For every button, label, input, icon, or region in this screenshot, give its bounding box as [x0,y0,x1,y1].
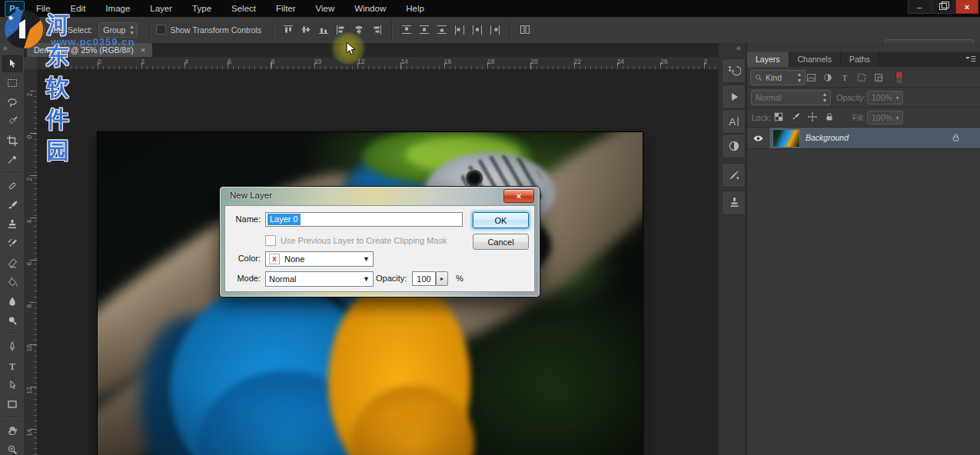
filter-shape-layers-icon[interactable] [855,71,869,84]
layer-name[interactable]: Background [806,133,849,142]
panel-collapse-icon[interactable]: « [736,44,741,52]
menu-bar: FileEditImageLayerTypeSelectFilterViewWi… [26,0,434,17]
hand-tool[interactable] [2,422,22,439]
move-tool[interactable] [2,55,22,72]
collapsed-panels-strip: A [719,43,746,455]
opacity-input[interactable]: 100 [412,271,436,286]
blend-mode-value: Normal [756,93,782,102]
minimize-button[interactable]: – [908,0,931,14]
cancel-button[interactable]: Cancel [473,234,529,250]
rectangular-marquee-tool[interactable] [2,75,22,91]
layer-row-background[interactable]: Background [747,128,980,149]
opacity-dropdown-icon[interactable]: ▾ [892,91,903,105]
distribute-right-edges-icon[interactable] [487,22,504,38]
paint-bucket-tool[interactable] [2,274,22,291]
distribute-horizontal-centers-icon[interactable] [469,22,487,38]
eraser-tool[interactable] [2,254,22,271]
color-dropdown[interactable]: x None ▼ [265,251,374,267]
auto-align-layers-icon[interactable] [517,22,534,38]
show-transform-checkbox[interactable] [156,25,166,35]
magic-wand-tool[interactable] [2,113,22,130]
menu-item-0[interactable]: File [26,0,61,17]
layer-name-input[interactable]: Layer 0 [265,212,463,227]
menu-item-9[interactable]: Help [396,0,434,17]
h-ruler-number-14: 26 [660,58,667,65]
divider [4,172,21,174]
menu-item-8[interactable]: Window [344,0,396,17]
align-vertical-centers-icon[interactable] [297,22,315,38]
menu-item-1[interactable]: Edit [61,0,96,17]
pen-tool[interactable] [2,338,22,355]
panel-menu-icon[interactable] [964,54,978,65]
brush-presets-panel-icon[interactable] [722,163,746,188]
layer-thumbnail[interactable] [772,129,800,148]
align-right-edges-icon[interactable] [368,22,386,38]
h-ruler-number-6: 10 [314,58,321,65]
current-tool-icon[interactable] [5,24,17,36]
distribute-bottom-edges-icon[interactable] [434,22,451,38]
zoom-tool[interactable] [2,441,22,455]
filter-pixel-layers-icon[interactable] [804,71,818,84]
lasso-tool[interactable] [2,94,22,111]
distribute-left-edges-icon[interactable] [451,22,469,38]
eyedropper-tool[interactable] [2,151,22,168]
document-tab[interactable]: Demo.jpg @ 25% (RGB/8#) × [27,43,152,57]
brush-tool[interactable] [2,197,22,214]
filter-type-layers-icon[interactable]: T [838,71,852,84]
auto-select-target-dropdown[interactable]: Group ▴▾ [98,22,138,38]
filter-kind-dropdown[interactable]: Kind ▴▾ [750,70,806,85]
spot-healing-brush-tool[interactable] [2,178,22,194]
layer-visibility-cell[interactable] [747,128,769,148]
menu-item-7[interactable]: View [306,0,345,17]
rectangle-tool[interactable] [2,396,22,413]
dodge-tool[interactable] [2,312,22,329]
actions-panel-icon[interactable] [722,85,746,109]
lock-image-pixels-icon[interactable] [789,111,802,123]
mouse-cursor [346,42,357,57]
lock-all-icon[interactable] [822,111,836,123]
clone-stamp-tool[interactable] [2,216,22,233]
blur-tool[interactable] [2,293,22,310]
menu-item-4[interactable]: Type [182,0,221,17]
filter-smart-objects-icon[interactable] [872,71,885,84]
mode-dropdown[interactable]: Normal ▼ [265,271,374,287]
tab-layers[interactable]: Layers [747,52,789,67]
blend-mode-dropdown[interactable]: Normal ▴▾ [751,90,831,105]
restore-button[interactable] [932,0,955,14]
lock-position-icon[interactable] [806,111,819,123]
lock-transparent-pixels-icon[interactable] [772,111,786,123]
history-panel-icon[interactable] [722,58,746,83]
v-ruler-number-6: 10 [25,344,33,353]
ok-button[interactable]: OK [473,212,529,228]
distribute-vertical-centers-icon[interactable] [416,22,434,38]
path-selection-tool[interactable] [2,377,22,394]
align-top-edges-icon[interactable] [280,22,297,38]
clone-source-panel-icon[interactable] [722,191,746,215]
tool-preset-arrow-icon[interactable]: ▾ [19,27,22,33]
tab-paths[interactable]: Paths [841,52,879,67]
distribute-top-edges-icon[interactable] [398,22,416,38]
clipping-mask-checkbox[interactable] [265,235,276,246]
dialog-close-button[interactable]: × [503,189,534,203]
filter-adjustment-layers-icon[interactable] [821,71,835,84]
adjustments-panel-icon[interactable] [722,134,746,158]
tools-collapse-icon[interactable]: » [3,44,8,52]
align-bottom-edges-icon[interactable] [315,22,333,38]
opacity-slider-button[interactable]: ▸ [436,271,448,286]
menu-item-6[interactable]: Filter [266,0,306,17]
menu-item-5[interactable]: Select [221,0,266,17]
history-brush-tool[interactable] [2,235,22,252]
color-value: None [284,254,304,264]
tab-channels[interactable]: Channels [789,52,841,67]
close-button[interactable]: × [955,0,978,14]
v-ruler-number-8: 14 [25,428,33,437]
fill-dropdown-icon[interactable]: ▾ [892,111,903,125]
tab-close-icon[interactable]: × [141,45,145,55]
character-panel-icon[interactable]: A [722,109,746,134]
filtering-toggle[interactable] [895,71,903,85]
menu-item-3[interactable]: Layer [140,0,182,17]
horizontal-type-tool[interactable]: T [2,357,22,374]
menu-item-2[interactable]: Image [95,0,140,17]
auto-select-checkbox[interactable] [35,25,45,35]
crop-tool[interactable] [2,132,22,149]
